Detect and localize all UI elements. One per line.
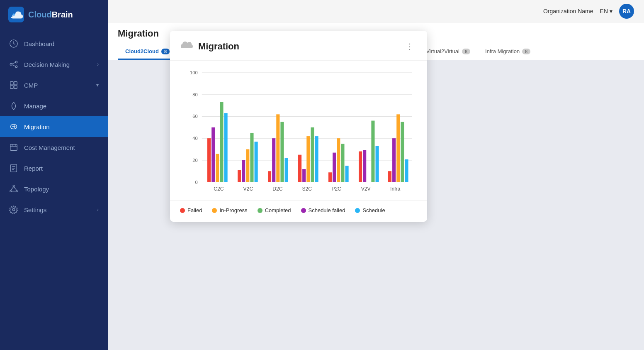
svg-text:20: 20 bbox=[192, 158, 197, 163]
svg-point-20 bbox=[13, 185, 15, 187]
svg-point-22 bbox=[16, 191, 18, 192]
legend-schedule-label: Schedule bbox=[362, 207, 385, 213]
bar-d2c-failed bbox=[268, 171, 271, 182]
bar-v2c-completed bbox=[250, 133, 253, 182]
svg-rect-11 bbox=[14, 86, 17, 88]
logo[interactable]: CloudBrain bbox=[0, 0, 108, 29]
page-content: Migration Cloud2Cloud 8 VM2Cloud 5 Datab… bbox=[108, 22, 644, 350]
tab-virtual2virtual[interactable]: Virtual2Virtual 8 bbox=[418, 44, 478, 60]
cmp-icon bbox=[9, 81, 18, 90]
sidebar-item-migration[interactable]: Migration bbox=[0, 116, 108, 137]
dashboard-icon bbox=[9, 39, 18, 48]
bar-c2c-inprog bbox=[216, 154, 219, 182]
sidebar-item-manage[interactable]: Manage bbox=[0, 95, 108, 116]
tab-cloud2cloud-badge: 8 bbox=[161, 49, 170, 54]
tab-infra-migration[interactable]: Infra Migration 8 bbox=[478, 44, 538, 60]
migration-chart: 100 80 60 40 20 0 bbox=[177, 67, 420, 200]
sidebar-item-cost-management-label: Cost Management bbox=[24, 144, 99, 151]
topbar: Organization Name EN ▾ RA bbox=[108, 0, 644, 22]
sidebar-item-migration-label: Migration bbox=[24, 123, 99, 130]
tab-cloud2cloud-label: Cloud2Cloud bbox=[125, 48, 159, 54]
svg-rect-9 bbox=[14, 82, 17, 85]
svg-text:80: 80 bbox=[192, 92, 197, 97]
sidebar-item-dashboard-label: Dashboard bbox=[24, 40, 99, 47]
legend-schedule-failed-label: Schedule failed bbox=[309, 207, 345, 213]
logo-text: CloudBrain bbox=[28, 10, 73, 20]
sidebar: CloudBrain Dashboard Decision Making › bbox=[0, 0, 108, 350]
bar-infra-failed bbox=[388, 171, 391, 182]
svg-line-7 bbox=[12, 65, 15, 66]
decision-making-chevron: › bbox=[97, 61, 99, 67]
svg-text:D2C: D2C bbox=[272, 186, 283, 192]
sidebar-item-decision-making-label: Decision Making bbox=[24, 61, 91, 68]
topology-icon bbox=[9, 184, 18, 193]
sidebar-item-report[interactable]: Report bbox=[0, 158, 108, 179]
svg-line-23 bbox=[11, 187, 14, 191]
chart-container: 100 80 60 40 20 0 bbox=[177, 67, 420, 200]
svg-text:60: 60 bbox=[192, 114, 197, 119]
svg-rect-8 bbox=[10, 82, 13, 85]
sidebar-item-decision-making[interactable]: Decision Making › bbox=[0, 54, 108, 75]
legend-failed: Failed bbox=[180, 207, 202, 213]
svg-line-6 bbox=[12, 62, 15, 64]
legend-inprogress-label: In-Progress bbox=[219, 207, 247, 213]
svg-point-26 bbox=[12, 208, 15, 211]
legend: Failed In-Progress Completed Schedule fa… bbox=[170, 200, 427, 222]
svg-text:100: 100 bbox=[190, 70, 198, 75]
main-content: Organization Name EN ▾ RA Migration Clou… bbox=[108, 0, 644, 350]
sidebar-item-settings[interactable]: Settings › bbox=[0, 199, 108, 220]
sidebar-item-dashboard[interactable]: Dashboard bbox=[0, 33, 108, 54]
lang-selector[interactable]: EN ▾ bbox=[600, 8, 612, 15]
svg-text:P2C: P2C bbox=[331, 186, 341, 192]
sidebar-item-manage-label: Manage bbox=[24, 103, 99, 110]
bar-v2v-schedule bbox=[376, 146, 379, 182]
legend-failed-label: Failed bbox=[187, 207, 202, 213]
svg-point-21 bbox=[10, 191, 12, 192]
svg-text:40: 40 bbox=[192, 136, 197, 141]
lang-dropdown-icon: ▾ bbox=[610, 8, 612, 15]
bar-s2c-schedule bbox=[315, 136, 318, 182]
card-header: Migration ⋮ bbox=[170, 31, 427, 61]
bar-s2c-completed bbox=[311, 127, 314, 182]
avatar[interactable]: RA bbox=[619, 4, 634, 19]
svg-text:Infra: Infra bbox=[390, 186, 401, 192]
bar-d2c-completed bbox=[280, 122, 284, 182]
tab-cloud2cloud[interactable]: Cloud2Cloud 8 bbox=[118, 44, 177, 60]
bar-infra-schedule bbox=[405, 159, 408, 182]
svg-text:V2V: V2V bbox=[361, 186, 371, 192]
legend-schedule-failed-dot bbox=[301, 208, 306, 213]
bar-d2c-sched-fail bbox=[272, 138, 275, 182]
migration-card: Migration ⋮ 100 80 bbox=[170, 31, 427, 222]
tab-infra-migration-badge: 8 bbox=[522, 49, 530, 54]
tab-virtual2virtual-badge: 8 bbox=[462, 49, 470, 54]
svg-text:S2C: S2C bbox=[302, 186, 312, 192]
svg-text:0: 0 bbox=[195, 180, 197, 185]
legend-completed: Completed bbox=[258, 207, 291, 213]
card-menu-button[interactable]: ⋮ bbox=[402, 40, 417, 53]
sidebar-item-topology[interactable]: Topology bbox=[0, 179, 108, 199]
legend-completed-dot bbox=[258, 208, 262, 213]
card-title-group: Migration bbox=[180, 39, 239, 54]
svg-rect-12 bbox=[10, 144, 17, 151]
bar-p2c-sched-fail bbox=[333, 153, 336, 182]
bar-v2c-sched-fail bbox=[242, 160, 245, 182]
bar-infra-inprog bbox=[396, 114, 400, 182]
svg-point-1 bbox=[12, 13, 15, 16]
sidebar-item-settings-label: Settings bbox=[24, 206, 91, 213]
svg-rect-10 bbox=[10, 86, 13, 88]
lang-code: EN bbox=[600, 8, 608, 15]
bar-s2c-inprog bbox=[306, 136, 310, 182]
bar-p2c-schedule bbox=[345, 166, 349, 182]
avatar-initials: RA bbox=[622, 8, 631, 15]
bar-p2c-inprog bbox=[337, 138, 340, 182]
tab-infra-migration-label: Infra Migration bbox=[485, 48, 520, 54]
legend-schedule-failed: Schedule failed bbox=[301, 207, 345, 213]
sidebar-item-cost-management[interactable]: Cost Management bbox=[0, 137, 108, 158]
bar-c2c-sched-fail bbox=[211, 127, 215, 182]
bar-s2c-sched-fail bbox=[302, 169, 306, 182]
cost-management-icon bbox=[9, 143, 18, 152]
sidebar-item-cmp[interactable]: CMP ▾ bbox=[0, 75, 108, 95]
settings-icon bbox=[9, 205, 18, 214]
bar-s2c-failed bbox=[298, 155, 301, 182]
sidebar-item-topology-label: Topology bbox=[24, 186, 99, 193]
